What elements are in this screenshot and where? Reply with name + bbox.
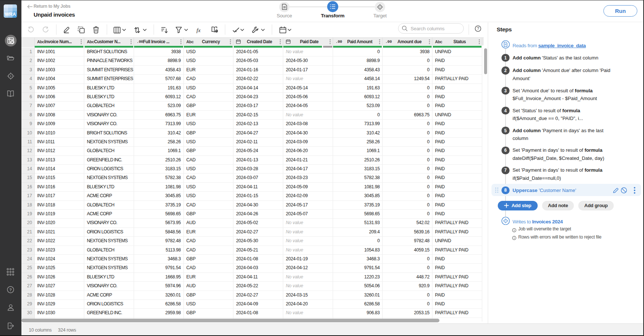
svg-text:fx: fx [196, 27, 201, 33]
svg-text:?: ? [477, 26, 479, 31]
svg-text:WRA: WRA [5, 12, 16, 17]
svg-text:?: ? [9, 288, 12, 292]
